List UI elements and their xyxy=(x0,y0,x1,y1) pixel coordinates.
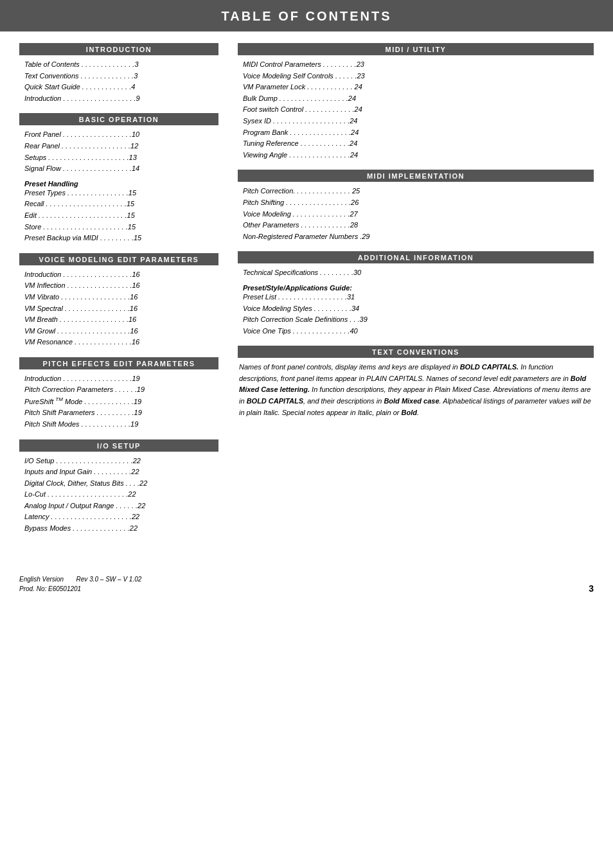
section-header-introduction: INTRODUCTION xyxy=(19,43,218,55)
list-item: Pitch Correction Scale Definitions . . .… xyxy=(243,314,594,326)
left-column: INTRODUCTION Table of Contents . . . . .… xyxy=(19,43,231,537)
footer-version-value: Rev 3.0 – SW – V 1.02 xyxy=(76,576,142,583)
subsection-title-preset-handling: Preset Handling xyxy=(24,180,218,188)
list-item: Tuning Reference . . . . . . . . . . . .… xyxy=(243,138,594,150)
list-item: Bypass Modes . . . . . . . . . . . . . .… xyxy=(24,523,218,535)
list-item: Voice Modeling . . . . . . . . . . . . .… xyxy=(243,209,594,220)
list-item: Rear Panel . . . . . . . . . . . . . . .… xyxy=(24,141,218,152)
list-item: Digital Clock, Dither, Status Bits . . .… xyxy=(24,478,218,490)
toc-midi-utility: MIDI Control Parameters . . . . . . . . … xyxy=(243,59,594,161)
toc-preset-handling: Preset Types . . . . . . . . . . . . . .… xyxy=(24,188,218,244)
subsection-title-preset-guide: Preset/Style/Applications Guide: xyxy=(243,284,594,292)
list-item: Voice One Tips . . . . . . . . . . . . .… xyxy=(243,326,594,337)
list-item: VM Inflection . . . . . . . . . . . . . … xyxy=(24,280,218,292)
list-item: Bulk Dump . . . . . . . . . . . . . . . … xyxy=(243,93,594,105)
list-item: Foot switch Control . . . . . . . . . . … xyxy=(243,104,594,116)
toc-preset-guide: Preset List . . . . . . . . . . . . . . … xyxy=(243,292,594,337)
text-conventions-body: Names of front panel controls, display i… xyxy=(239,362,594,418)
toc-io-setup: I/O Setup . . . . . . . . . . . . . . . … xyxy=(24,456,218,535)
page: TABLE OF CONTENTS INTRODUCTION Table of … xyxy=(0,0,613,868)
list-item: Introduction . . . . . . . . . . . . . .… xyxy=(24,93,218,105)
list-item: Pitch Shift Parameters . . . . . . . . .… xyxy=(24,407,218,419)
toc-pitch-effects: Introduction . . . . . . . . . . . . . .… xyxy=(24,373,218,430)
footer-version-label: English Version xyxy=(19,576,64,583)
right-column: MIDI / UTILITY MIDI Control Parameters .… xyxy=(231,43,594,537)
list-item: VM Parameter Lock . . . . . . . . . . . … xyxy=(243,82,594,93)
footer-version-line: English Version Rev 3.0 – SW – V 1.02 xyxy=(19,574,141,584)
list-item: Introduction . . . . . . . . . . . . . .… xyxy=(24,373,218,385)
section-header-text-conventions: TEXT CONVENTIONS xyxy=(238,346,594,358)
page-footer: English Version Rev 3.0 – SW – V 1.02 Pr… xyxy=(0,568,613,605)
list-item: Store . . . . . . . . . . . . . . . . . … xyxy=(24,222,218,233)
toc-voice-modeling: Introduction . . . . . . . . . . . . . .… xyxy=(24,269,218,348)
list-item: Text Conventions . . . . . . . . . . . .… xyxy=(24,71,218,82)
list-item: Introduction . . . . . . . . . . . . . .… xyxy=(24,269,218,281)
list-item: Lo-Cut . . . . . . . . . . . . . . . . .… xyxy=(24,489,218,500)
section-header-midi-utility: MIDI / UTILITY xyxy=(238,43,594,55)
list-item: Non-Registered Parameter Numbers .29 xyxy=(243,231,594,243)
list-item: Recall . . . . . . . . . . . . . . . . .… xyxy=(24,199,218,210)
list-item: Program Bank . . . . . . . . . . . . . .… xyxy=(243,127,594,139)
toc-introduction: Table of Contents . . . . . . . . . . . … xyxy=(24,59,218,104)
list-item: Sysex ID . . . . . . . . . . . . . . . .… xyxy=(243,116,594,127)
list-item: Preset Backup via MIDI . . . . . . . . .… xyxy=(24,233,218,244)
list-item: Inputs and Input Gain . . . . . . . . . … xyxy=(24,466,218,478)
list-item: Pitch Shifting . . . . . . . . . . . . .… xyxy=(243,197,594,209)
list-item: Edit . . . . . . . . . . . . . . . . . .… xyxy=(24,210,218,222)
footer-page-number: 3 xyxy=(589,583,594,594)
list-item: VM Vibrato . . . . . . . . . . . . . . .… xyxy=(24,292,218,303)
list-item: VM Growl . . . . . . . . . . . . . . . .… xyxy=(24,326,218,337)
list-item: Analog Input / Output Range . . . . . .2… xyxy=(24,500,218,512)
toc-midi-implementation: Pitch Correction. . . . . . . . . . . . … xyxy=(243,186,594,242)
list-item: Pitch Correction. . . . . . . . . . . . … xyxy=(243,186,594,197)
list-item: Voice Modeling Self Controls . . . . . .… xyxy=(243,71,594,82)
list-item: I/O Setup . . . . . . . . . . . . . . . … xyxy=(24,456,218,467)
list-item: VM Breath . . . . . . . . . . . . . . . … xyxy=(24,314,218,326)
list-item: VM Spectral . . . . . . . . . . . . . . … xyxy=(24,303,218,315)
list-item: Pitch Shift Modes . . . . . . . . . . . … xyxy=(24,419,218,430)
list-item: Table of Contents . . . . . . . . . . . … xyxy=(24,59,218,71)
list-item: Latency . . . . . . . . . . . . . . . . … xyxy=(24,511,218,523)
list-item: Pitch Correction Parameters . . . . . .1… xyxy=(24,384,218,396)
list-item: Preset List . . . . . . . . . . . . . . … xyxy=(243,292,594,303)
list-item: PureShift TM Mode . . . . . . . . . . . … xyxy=(24,396,218,407)
section-header-basic-operation: BASIC OPERATION xyxy=(19,113,218,125)
list-item: VM Resonance . . . . . . . . . . . . . .… xyxy=(24,337,218,348)
list-item: Voice Modeling Styles . . . . . . . . . … xyxy=(243,303,594,315)
list-item: Front Panel . . . . . . . . . . . . . . … xyxy=(24,129,218,141)
section-header-io-setup: I/O SETUP xyxy=(19,439,218,452)
list-item: Technical Specifications . . . . . . . .… xyxy=(243,267,594,279)
section-header-additional-info: ADDITIONAL INFORMATION xyxy=(238,251,594,263)
section-header-pitch-effects: PITCH EFFECTS EDIT PARAMETERS xyxy=(19,357,218,369)
footer-prod-label: Prod. No: E60501201 xyxy=(19,585,81,592)
toc-basic-operation: Front Panel . . . . . . . . . . . . . . … xyxy=(24,129,218,174)
list-item: MIDI Control Parameters . . . . . . . . … xyxy=(243,59,594,71)
list-item: Signal Flow . . . . . . . . . . . . . . … xyxy=(24,163,218,175)
toc-additional-info: Technical Specifications . . . . . . . .… xyxy=(243,267,594,279)
list-item: Preset Types . . . . . . . . . . . . . .… xyxy=(24,188,218,199)
list-item: Other Parameters . . . . . . . . . . . .… xyxy=(243,220,594,231)
content-area: INTRODUCTION Table of Contents . . . . .… xyxy=(0,31,613,549)
list-item: Quick Start Guide . . . . . . . . . . . … xyxy=(24,82,218,93)
list-item: Viewing Angle . . . . . . . . . . . . . … xyxy=(243,150,594,161)
section-header-voice-modeling: VOICE MODELING EDIT PARAMETERS xyxy=(19,253,218,265)
section-header-midi-implementation: MIDI IMPLEMENTATION xyxy=(238,170,594,182)
footer-version-info: English Version Rev 3.0 – SW – V 1.02 Pr… xyxy=(19,574,141,594)
list-item: Setups . . . . . . . . . . . . . . . . .… xyxy=(24,152,218,164)
page-title: TABLE OF CONTENTS xyxy=(0,0,613,31)
footer-prod-line: Prod. No: E60501201 xyxy=(19,584,141,594)
